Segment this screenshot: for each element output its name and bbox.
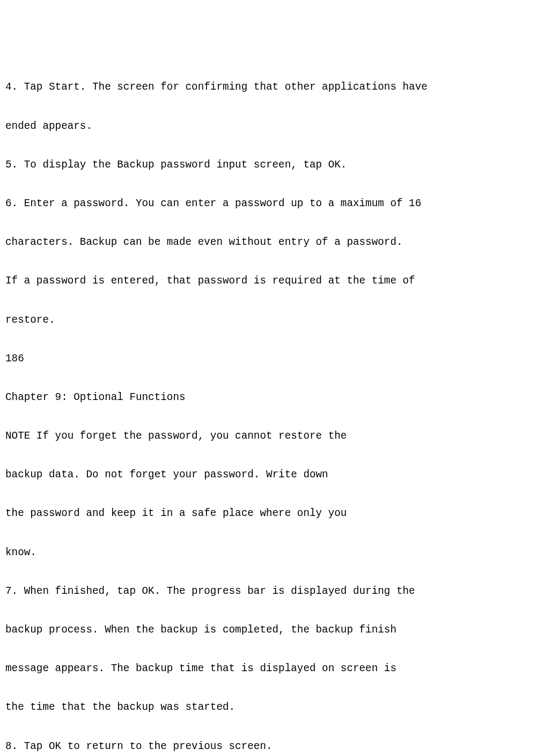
- page-number: 186: [5, 349, 532, 368]
- text-line: 7. When finished, tap OK. The progress b…: [5, 581, 532, 601]
- text-line: the time that the backup was started.: [5, 697, 532, 717]
- note-line: NOTE If you forget the password, you can…: [5, 426, 532, 446]
- note-line: the password and keep it in a safe place…: [5, 504, 532, 523]
- text-line: 8. Tap OK to return to the previous scre…: [5, 737, 532, 756]
- text-line: backup process. When the backup is compl…: [5, 620, 532, 639]
- text-line: ended appears.: [5, 117, 532, 136]
- text-line: If a password is entered, that password …: [5, 271, 532, 290]
- chapter-title: Chapter 9: Optional Functions: [5, 388, 532, 407]
- text-line: 4. Tap Start. The screen for confirming …: [5, 77, 532, 97]
- note-line: backup data. Do not forget your password…: [5, 465, 532, 484]
- text-line: characters. Backup can be made even with…: [5, 232, 532, 252]
- text-line: 5. To display the Backup password input …: [5, 155, 532, 175]
- text-line: message appears. The backup time that is…: [5, 659, 532, 678]
- text-line: 6. Enter a password. You can enter a pas…: [5, 194, 532, 213]
- note-line: know.: [5, 543, 532, 562]
- text-line: restore.: [5, 310, 532, 330]
